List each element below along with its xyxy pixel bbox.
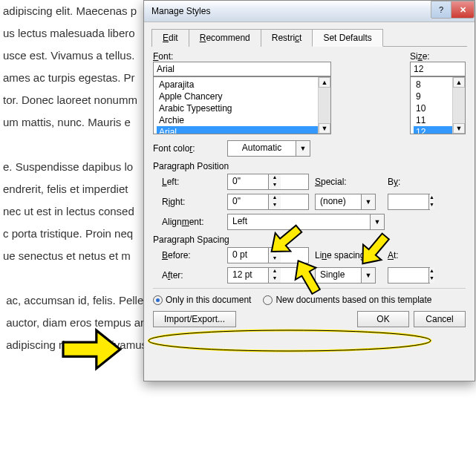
section-paragraph-spacing: Paragraph Spacing bbox=[153, 235, 466, 245]
font-color-dropdown[interactable]: Automatic▼ bbox=[227, 140, 310, 157]
cancel-button[interactable]: Cancel bbox=[414, 311, 466, 327]
at-label: At: bbox=[388, 250, 432, 260]
before-label: Before: bbox=[162, 250, 221, 260]
list-item[interactable]: Arial bbox=[157, 126, 327, 134]
scrollbar[interactable]: ▲▼ bbox=[452, 77, 465, 134]
tab-recommend[interactable]: Recommend bbox=[189, 29, 261, 47]
special-dropdown[interactable]: (none)▼ bbox=[315, 194, 376, 210]
close-button[interactable]: ✕ bbox=[451, 1, 475, 19]
tabbar: Edit Recommend Restrict Set Defaults bbox=[151, 28, 467, 47]
font-listbox[interactable]: Aparajita Apple Chancery Arabic Typesett… bbox=[153, 76, 331, 134]
scrollbar[interactable]: ▲▼ bbox=[318, 77, 330, 134]
left-label: Left: bbox=[162, 177, 221, 187]
at-spinner[interactable]: ▲▼ bbox=[388, 267, 430, 284]
size-input[interactable] bbox=[410, 62, 466, 76]
alignment-label: Alignment: bbox=[162, 217, 221, 227]
help-button[interactable]: ? bbox=[431, 1, 451, 19]
by-spinner[interactable]: ▲▼ bbox=[388, 194, 430, 210]
before-spinner[interactable]: 0 pt▲▼ bbox=[227, 247, 309, 263]
radio-only-this-document[interactable]: Only in this document bbox=[153, 295, 251, 305]
ok-button[interactable]: OK bbox=[357, 311, 409, 327]
manage-styles-dialog: Manage Styles ? ✕ Edit Recommend Restric… bbox=[143, 0, 475, 381]
after-label: After: bbox=[162, 270, 221, 281]
left-spinner[interactable]: 0"▲▼ bbox=[227, 174, 309, 190]
radio-new-documents[interactable]: New documents based on this template bbox=[263, 295, 431, 305]
titlebar: Manage Styles ? ✕ bbox=[144, 1, 475, 22]
after-spinner[interactable]: 12 pt▲▼ bbox=[227, 267, 309, 284]
chevron-down-icon[interactable]: ▼ bbox=[296, 141, 310, 156]
dialog-title: Manage Styles bbox=[151, 6, 431, 16]
panel-set-defaults: Font: Aparajita Apple Chancery Arabic Ty… bbox=[153, 51, 466, 284]
special-label: Special: bbox=[315, 177, 382, 187]
by-label: By: bbox=[388, 177, 432, 187]
list-item[interactable]: Arabic Typesetting bbox=[157, 102, 327, 114]
section-paragraph-position: Paragraph Position bbox=[153, 161, 466, 171]
right-label: Right: bbox=[162, 197, 221, 207]
tab-edit[interactable]: Edit bbox=[151, 29, 189, 47]
list-item[interactable]: Archie bbox=[157, 114, 327, 126]
line-spacing-label: Line spacing: bbox=[315, 250, 382, 260]
tab-restrict[interactable]: Restrict bbox=[261, 29, 313, 47]
alignment-dropdown[interactable]: Left▼ bbox=[227, 214, 385, 230]
font-input[interactable] bbox=[153, 62, 331, 76]
size-listbox[interactable]: 8 9 10 11 12 ▲▼ bbox=[410, 76, 466, 134]
right-spinner[interactable]: 0"▲▼ bbox=[227, 194, 309, 210]
list-item[interactable]: Apple Chancery bbox=[157, 91, 327, 102]
tab-set-defaults[interactable]: Set Defaults bbox=[312, 29, 382, 47]
line-spacing-dropdown[interactable]: Single▼ bbox=[315, 267, 376, 284]
size-label: Size: bbox=[410, 51, 466, 62]
font-label: Font: bbox=[153, 51, 331, 62]
import-export-button[interactable]: Import/Export... bbox=[153, 311, 236, 327]
scope-radios: Only in this document New documents base… bbox=[153, 295, 466, 305]
font-color-label: Font color: bbox=[153, 143, 227, 154]
list-item[interactable]: Aparajita bbox=[157, 79, 327, 91]
